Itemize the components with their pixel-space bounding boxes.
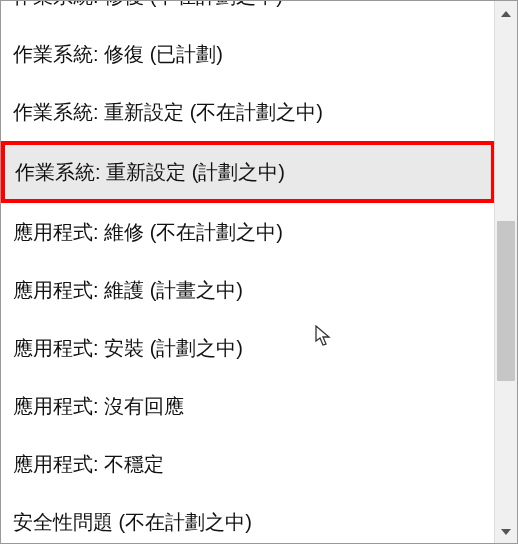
list-item-label: 作業系統: 修復 (不在計劃之中) bbox=[13, 1, 283, 7]
list-item-label: 作業系統: 修復 (已計劃) bbox=[13, 43, 223, 65]
list-item-label: 作業系統: 重新設定 (計劃之中) bbox=[15, 161, 285, 183]
list-item-label: 應用程式: 安裝 (計劃之中) bbox=[13, 337, 243, 359]
list-item[interactable]: 安全性問題 (不在計劃之中) bbox=[1, 493, 495, 535]
chevron-up-icon bbox=[501, 6, 511, 20]
list-item[interactable]: 應用程式: 安裝 (計劃之中) bbox=[1, 319, 495, 377]
scrollbar-thumb[interactable] bbox=[497, 221, 515, 381]
list-item-label: 應用程式: 不穩定 bbox=[13, 453, 164, 475]
list-item-label: 作業系統: 重新設定 (不在計劃之中) bbox=[13, 101, 323, 123]
list-item[interactable]: 應用程式: 沒有回應 bbox=[1, 377, 495, 435]
list-item[interactable]: 應用程式: 維修 (不在計劃之中) bbox=[1, 203, 495, 261]
vertical-scrollbar[interactable] bbox=[494, 1, 517, 543]
list-item-label: 安全性問題 (不在計劃之中) bbox=[13, 511, 252, 533]
list-item[interactable]: 應用程式: 維護 (計畫之中) bbox=[1, 261, 495, 319]
list-item[interactable]: 作業系統: 修復 (不在計劃之中) bbox=[1, 1, 495, 25]
list-item-label: 應用程式: 沒有回應 bbox=[13, 395, 184, 417]
list-item[interactable]: 應用程式: 不穩定 bbox=[1, 435, 495, 493]
scroll-down-button[interactable] bbox=[495, 519, 517, 543]
list-item-highlighted[interactable]: 作業系統: 重新設定 (計劃之中) bbox=[1, 141, 495, 203]
list-item[interactable]: 作業系統: 修復 (已計劃) bbox=[1, 25, 495, 83]
list-item-label: 應用程式: 維修 (不在計劃之中) bbox=[13, 221, 283, 243]
scroll-up-button[interactable] bbox=[495, 1, 517, 25]
list-container: 作業系統: 修復 (不在計劃之中) 作業系統: 修復 (已計劃) 作業系統: 重… bbox=[1, 1, 495, 543]
dropdown-list-window: 作業系統: 修復 (不在計劃之中) 作業系統: 修復 (已計劃) 作業系統: 重… bbox=[0, 0, 518, 544]
list-item-label: 應用程式: 維護 (計畫之中) bbox=[13, 279, 243, 301]
list-item[interactable]: 作業系統: 重新設定 (不在計劃之中) bbox=[1, 83, 495, 141]
chevron-down-icon bbox=[501, 524, 511, 538]
